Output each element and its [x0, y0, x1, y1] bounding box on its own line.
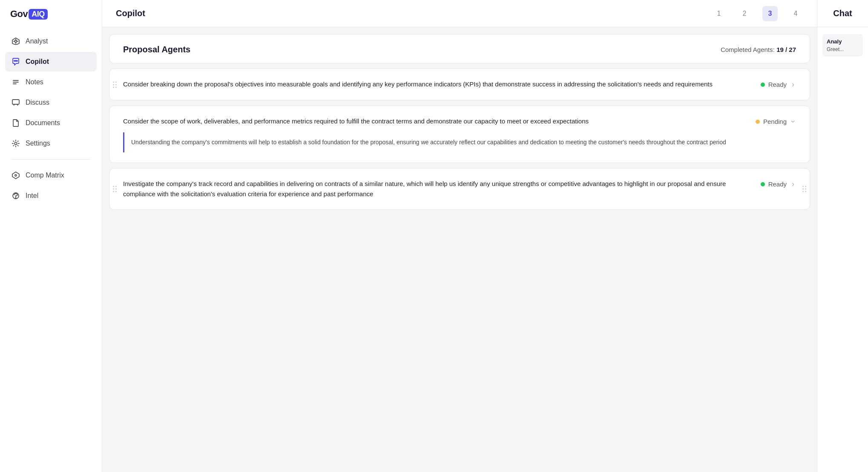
sidebar-item-settings[interactable]: Settings — [5, 134, 97, 153]
sidebar-item-settings-label: Settings — [26, 140, 50, 147]
sidebar-item-documents-label: Documents — [26, 119, 60, 127]
main-area: Copilot 1 2 3 4 Proposal Agents Complete… — [102, 0, 817, 472]
completed-label: Completed Agents: — [721, 46, 775, 53]
agent-1-status-label: Ready — [768, 81, 787, 88]
agents-list: Consider breaking down the proposal's ob… — [102, 63, 817, 225]
agent-2-note: Understanding the company's commitments … — [123, 132, 739, 152]
proposal-agents-header: Proposal Agents Completed Agents: 19 / 2… — [109, 34, 810, 63]
agent-2-status-label: Pending — [763, 118, 787, 125]
sidebar-item-analyst[interactable]: Analyst — [5, 31, 97, 51]
svg-point-3 — [17, 60, 17, 61]
agent-1-status: Ready › — [749, 79, 796, 90]
chat-header[interactable]: Chat — [817, 0, 868, 27]
svg-point-11 — [15, 198, 16, 199]
discuss-icon — [11, 98, 20, 107]
sidebar-item-intel[interactable]: Intel — [5, 186, 97, 206]
agent-2-status: Pending › — [749, 116, 796, 127]
intel-icon — [11, 191, 20, 200]
agent-3-status-dot — [761, 182, 765, 186]
comp-matrix-icon — [11, 171, 20, 180]
agent-card-2: Consider the scope of work, deliverables… — [109, 106, 810, 163]
agent-3-status-label: Ready — [768, 180, 787, 188]
drag-handle-right-3[interactable] — [802, 186, 806, 192]
chat-sender: Analy — [827, 38, 859, 45]
chat-message-preview[interactable]: Analy Greet... — [822, 34, 863, 57]
svg-point-2 — [15, 60, 16, 61]
logo: Gov AIQ — [0, 9, 102, 31]
sidebar-item-intel-label: Intel — [26, 192, 38, 200]
sidebar-item-analyst-label: Analyst — [26, 37, 48, 45]
agent-card-1: Consider breaking down the proposal's ob… — [109, 69, 810, 100]
agent-1-expand-button[interactable]: › — [790, 79, 796, 90]
sidebar-item-documents[interactable]: Documents — [5, 113, 97, 133]
chat-preview-text: Greet... — [827, 46, 859, 52]
chat-panel: Chat Analy Greet... — [817, 0, 868, 472]
tab-4[interactable]: 4 — [788, 6, 803, 21]
notes-icon — [11, 77, 20, 87]
agent-2-text: Consider the scope of work, deliverables… — [123, 116, 739, 126]
agent-2-expand-button[interactable]: › — [788, 119, 799, 125]
agent-2-status-dot — [756, 120, 760, 124]
sidebar-nav: Analyst Copilot — [0, 31, 102, 206]
sidebar-item-discuss-label: Discuss — [26, 99, 49, 106]
proposal-title: Proposal Agents — [123, 45, 190, 54]
svg-point-1 — [14, 60, 15, 61]
drag-handle-left-1[interactable] — [113, 81, 117, 88]
copilot-icon — [11, 57, 20, 66]
svg-point-9 — [15, 174, 17, 176]
settings-icon — [11, 139, 20, 148]
analyst-icon — [11, 37, 20, 46]
completed-value: 19 / 27 — [776, 46, 796, 53]
sidebar-item-comp-matrix[interactable]: Comp Matrix — [5, 166, 97, 185]
sidebar-item-copilot[interactable]: Copilot — [5, 52, 97, 72]
completed-agents-info: Completed Agents: 19 / 27 — [721, 46, 796, 54]
agent-3-expand-button[interactable]: › — [790, 179, 796, 189]
top-header: Copilot 1 2 3 4 — [102, 0, 817, 27]
tab-1[interactable]: 1 — [711, 6, 727, 21]
tab-2[interactable]: 2 — [737, 6, 752, 21]
agent-3-text: Investigate the company's track record a… — [123, 179, 739, 199]
svg-rect-7 — [12, 100, 19, 104]
sidebar-item-notes-label: Notes — [26, 78, 43, 86]
svg-point-8 — [14, 142, 17, 145]
agent-1-status-dot — [761, 83, 765, 87]
sidebar-divider — [12, 159, 90, 160]
sidebar-item-copilot-label: Copilot — [26, 58, 49, 66]
content-area: Proposal Agents Completed Agents: 19 / 2… — [102, 27, 817, 472]
header-tabs: 1 2 3 4 — [711, 6, 803, 21]
sidebar-item-comp-matrix-label: Comp Matrix — [26, 172, 64, 179]
logo-brand: AIQ — [29, 9, 48, 20]
sidebar-item-discuss[interactable]: Discuss — [5, 93, 97, 112]
drag-handle-left-3[interactable] — [113, 186, 117, 192]
agent-1-text: Consider breaking down the proposal's ob… — [123, 79, 739, 89]
documents-icon — [11, 118, 20, 128]
page-title: Copilot — [116, 9, 711, 18]
agent-3-status: Ready › — [749, 179, 796, 189]
logo-prefix: Gov — [10, 9, 28, 20]
chat-label: Chat — [833, 9, 852, 18]
chat-content: Analy Greet... — [817, 27, 868, 472]
sidebar: Gov AIQ Analyst — [0, 0, 102, 472]
tab-3[interactable]: 3 — [762, 6, 778, 21]
sidebar-item-notes[interactable]: Notes — [5, 72, 97, 92]
agent-card-3: Investigate the company's track record a… — [109, 168, 810, 210]
